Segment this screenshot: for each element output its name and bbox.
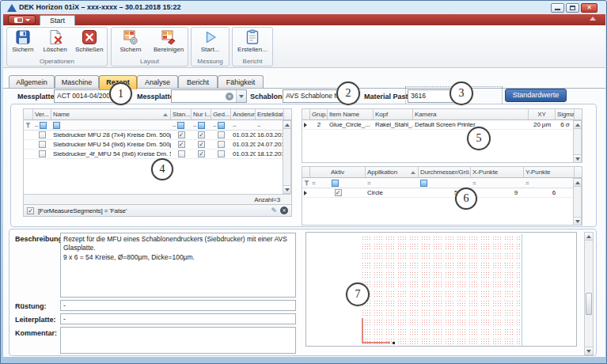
header-erstellt[interactable]: Erstelldat... [256,109,284,119]
header-y-punkte[interactable]: Y-Punkte [524,167,575,177]
filter-enabled-checkbox[interactable]: ✓ [27,207,34,214]
table-row[interactable]: ✓ Circle 500 9 6 [302,188,582,198]
checkbox[interactable]: ✓ [178,131,185,138]
header-x-punkte[interactable]: X-Punkte [471,167,524,177]
ribbon-group-layout: Sichern Bereinigen Layout [111,27,188,66]
start-messung-button[interactable]: Start... [192,28,229,58]
header-xy[interactable]: XY [529,109,556,119]
checkbox[interactable] [178,150,185,157]
filter-op-icon[interactable] [332,180,339,187]
filter-aktiv[interactable]: = [310,178,366,188]
filter-erstellt[interactable]: – [256,120,284,130]
kommentar-textarea[interactable] [60,327,296,354]
tab-bericht[interactable]: Bericht [178,75,218,89]
header-sigma[interactable]: Sigma [556,109,575,119]
maximize-button[interactable] [566,3,579,13]
file-menu-button[interactable] [8,15,36,25]
bereinigen-button[interactable]: Bereinigen [150,28,188,58]
filter-x-punkte[interactable]: = [471,178,524,188]
checkbox[interactable] [218,141,225,148]
checkbox[interactable] [39,141,46,148]
messplatte-combo[interactable]: ✕ [171,89,247,103]
table-row[interactable]: 2 Glue_Circle_... Rakel_Stahl_... Defaul… [302,120,582,130]
header-grup[interactable]: Grup... [310,109,328,119]
header-kamera[interactable]: Kamera [413,109,529,119]
header-aenderung[interactable]: Änderun... [231,109,256,119]
filter-aenderung[interactable]: – [231,120,256,130]
group-label-layout: Layout [112,58,188,65]
loeschen-button[interactable]: Löschen [39,28,72,58]
header-stan[interactable]: Stan... [171,109,192,119]
clear-icon[interactable]: ✕ [226,93,233,100]
table-row[interactable]: Siebdrucker_4f_MFU 54 (9x6) Kreise Dm. 5… [24,150,291,159]
checkbox[interactable]: ✓ [198,150,205,157]
filter-ged[interactable]: – [211,120,231,130]
filter-op-icon[interactable] [420,180,427,187]
header-ver[interactable]: Ver... [33,109,51,119]
tab-maschine[interactable]: Maschine [55,75,99,89]
beschreibung-textarea[interactable]: Rezept für die MFU eines Schablonendruck… [60,233,296,298]
filter-applikation[interactable]: = [366,178,419,188]
header-durchmesser[interactable]: Durchmesser/Grö... [419,167,471,177]
ribbon-group-bericht: Erstellen... Bericht [232,27,273,66]
recipes-scrollbar[interactable] [283,120,291,194]
sichern-button[interactable]: Sichern [7,28,39,58]
clean-layout-icon [161,29,176,45]
filter-op-icon[interactable] [177,122,184,129]
header-aktiv[interactable]: Aktiv [310,167,366,177]
erstellen-button[interactable]: Erstellen... [233,28,272,58]
filter-durchmesser[interactable] [419,178,471,188]
header-item-name[interactable]: Item Name [328,109,374,119]
filter-op-icon[interactable] [218,122,225,129]
chevron-down-icon [239,95,244,98]
segments-scrollbar[interactable] [573,120,582,163]
filter-nur[interactable]: – [192,120,211,130]
schliessen-button[interactable]: Schließen [71,28,107,58]
ribbon-tab-start[interactable]: Start [40,15,75,25]
filter-name[interactable] [51,120,171,130]
filter-funnel-icon [304,180,309,186]
tab-analyse[interactable]: Analyse [137,75,178,89]
checkbox[interactable]: ✓ [178,141,185,148]
filter-y-punkte[interactable]: = [524,178,575,188]
filter-stan[interactable]: – [171,120,192,130]
callout-1: 1 [109,82,132,105]
checkbox[interactable] [39,131,46,138]
checkbox[interactable] [218,150,225,157]
header-applikation[interactable]: Applikation [366,167,419,177]
header-name[interactable]: Name [51,109,171,119]
close-filter-icon[interactable]: ✕ [280,207,288,214]
maximize-icon [570,6,575,10]
standardwerte-button[interactable]: Standardwerte [505,89,567,102]
edit-filter-icon[interactable]: ✎ [271,207,277,214]
filter-op-icon[interactable] [198,122,205,129]
tab-allgemein[interactable]: Allgemein [9,75,55,89]
ribbon-collapse-icon[interactable] [590,17,596,21]
tab-faehigkeit[interactable]: Fähigkeit [218,75,264,89]
filter-op-icon[interactable] [53,122,60,129]
scrollbar-thumb[interactable] [586,293,592,315]
header-ged[interactable]: Ged... [211,109,231,119]
header-kopf[interactable]: Kopf [374,109,413,119]
checkbox[interactable]: ✓ [198,141,205,148]
ruestung-input[interactable]: - [60,300,296,311]
applications-scrollbar[interactable] [573,178,582,226]
minimize-button[interactable] [551,3,564,13]
group-label-bericht: Bericht [233,58,272,65]
layout-sichern-button[interactable]: Sichern [112,28,150,58]
close-window-button[interactable]: ✕ [581,3,598,13]
filter-ver[interactable]: – [33,120,51,130]
preview-scrollbar[interactable] [584,232,594,355]
header-indicator [302,167,310,177]
table-row[interactable]: Siebdrucker MFU 54 (9x6) Kreise Dm. 500µ… [24,140,291,150]
checkbox[interactable] [218,131,225,138]
table-row[interactable]: Siebdrucker MFU 28 (7x4) Kreise Dm. 500µ… [24,131,291,140]
checkbox[interactable]: ✓ [198,131,205,138]
leiterplatte-input[interactable]: - [60,313,296,324]
checkbox[interactable] [39,150,46,157]
checkbox[interactable]: ✓ [335,189,342,196]
filter-expression[interactable]: [ForMeasureSegments] = 'False' [38,207,127,214]
filter-op-icon[interactable] [40,122,47,129]
header-nur[interactable]: Nur l... [192,109,211,119]
dropdown-button[interactable] [236,90,246,102]
